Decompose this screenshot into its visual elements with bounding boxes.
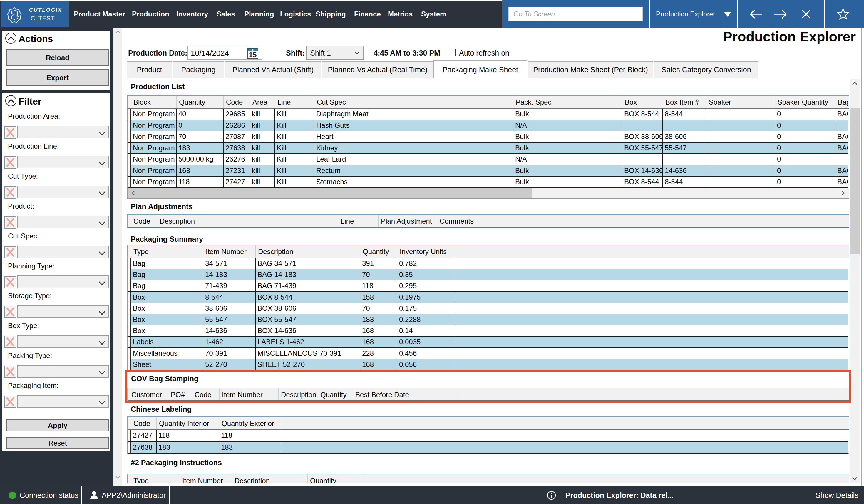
svg-text:15: 15 bbox=[249, 51, 257, 59]
